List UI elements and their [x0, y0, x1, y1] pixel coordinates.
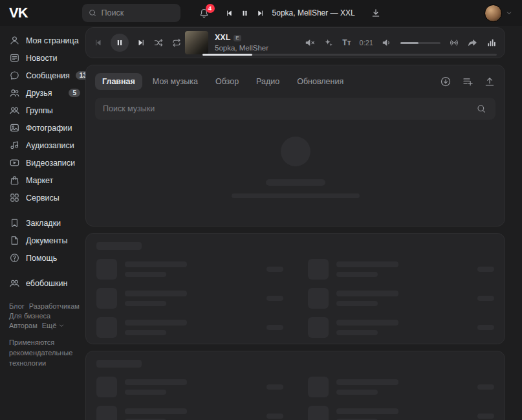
- footer-link-authors[interactable]: Авторам: [9, 322, 38, 329]
- main-content: XXL E 5opka, MellSher Тт 0:21: [85, 26, 522, 420]
- sidebar-item-groups[interactable]: Группы: [9, 102, 80, 119]
- mute-icon[interactable]: [305, 38, 315, 48]
- player-right-controls: Тт 0:21: [305, 38, 497, 48]
- skip-next-icon[interactable]: [256, 9, 265, 17]
- footer-link-more[interactable]: Ещё: [42, 322, 66, 329]
- player-card: XXL E 5opka, MellSher Тт 0:21: [85, 27, 505, 58]
- vk-logo[interactable]: VK: [9, 5, 28, 21]
- music-search-input[interactable]: [103, 104, 467, 113]
- sidebar-item-services[interactable]: Сервисы: [9, 189, 80, 206]
- skeleton-row: [308, 317, 495, 338]
- help-icon: [9, 252, 20, 263]
- skeleton-duration: [266, 325, 283, 330]
- sidebar-item-market[interactable]: Маркет: [9, 171, 80, 189]
- enhance-sparkle-icon[interactable]: [323, 38, 334, 48]
- avatar: [484, 5, 502, 22]
- sidebar-item-my-page[interactable]: Моя страница: [9, 32, 80, 49]
- volume-icon[interactable]: [382, 38, 392, 48]
- footer-link-business[interactable]: Для бизнеса: [9, 312, 50, 320]
- chevron-down-icon: [58, 322, 65, 329]
- skeleton-section-title: [96, 360, 142, 368]
- download-music-icon[interactable]: [440, 76, 451, 87]
- music-search-button[interactable]: [467, 98, 495, 120]
- sidebar-item-label: Маркет: [26, 176, 53, 185]
- skeleton-track-grid: [96, 377, 494, 420]
- skeleton-line: [125, 261, 187, 267]
- skeleton-section-card: [85, 351, 505, 420]
- skeleton-row: [308, 377, 495, 397]
- skeleton-thumb: [308, 406, 329, 420]
- loading-empty-state: [95, 120, 495, 198]
- sidebar: Моя страница Новости Сообщения 130 Друзь…: [0, 26, 85, 420]
- footer-link-more-label: Ещё: [42, 322, 57, 329]
- skeleton-line: [125, 379, 187, 385]
- news-icon: [9, 52, 20, 63]
- skeleton-thumb: [308, 377, 329, 397]
- sidebar-item-news[interactable]: Новости: [9, 49, 80, 67]
- skeleton-line: [125, 320, 187, 326]
- skeleton-line: [125, 301, 166, 306]
- pause-icon[interactable]: [241, 9, 249, 17]
- skeleton-line: [125, 408, 187, 414]
- sidebar-item-friends[interactable]: Друзья 5: [9, 84, 80, 102]
- search-icon: [476, 104, 486, 114]
- elapsed-time: 0:21: [360, 39, 373, 47]
- progress-bar[interactable]: [202, 54, 497, 56]
- groups-icon: [9, 105, 20, 116]
- repeat-icon[interactable]: [171, 38, 182, 48]
- skeleton-duration: [266, 267, 283, 272]
- skeleton-line: [336, 272, 378, 277]
- music-header-actions: [440, 76, 495, 87]
- download-track-button[interactable]: [371, 8, 381, 18]
- skeleton-row: [308, 288, 495, 309]
- global-search-input[interactable]: [102, 8, 175, 17]
- tab-radio[interactable]: Радио: [249, 73, 287, 90]
- skeleton-thumb: [96, 259, 117, 280]
- volume-slider[interactable]: [400, 42, 440, 44]
- broadcast-icon[interactable]: [449, 38, 459, 48]
- sidebar-item-video[interactable]: Видеозаписи: [9, 154, 80, 171]
- album-art[interactable]: [185, 31, 208, 54]
- photos-icon: [9, 122, 20, 133]
- tab-my-music[interactable]: Моя музыка: [146, 73, 205, 90]
- sidebar-item-audio[interactable]: Аудиозаписи: [9, 137, 80, 154]
- shuffle-icon[interactable]: [153, 38, 164, 48]
- sidebar-item-documents[interactable]: Документы: [9, 232, 80, 249]
- pause-button[interactable]: [111, 34, 129, 52]
- profile-menu[interactable]: [484, 5, 513, 22]
- global-search[interactable]: [82, 4, 180, 22]
- sidebar-item-photos[interactable]: Фотографии: [9, 119, 80, 137]
- add-to-playlist-icon[interactable]: [462, 76, 473, 87]
- group-icon: [9, 278, 20, 289]
- sidebar-item-label: Аудиозаписи: [26, 141, 74, 150]
- sidebar-item-label: Друзья: [26, 89, 52, 98]
- now-playing-title[interactable]: 5opka, MellSher — XXL: [272, 8, 355, 17]
- recommendation-note: Применяются рекомендательные технологии: [9, 338, 75, 369]
- skeleton-thumb: [96, 406, 117, 420]
- tab-main[interactable]: Главная: [95, 73, 142, 90]
- track-artist: 5opka, MellSher: [215, 43, 268, 53]
- equalizer-stats-icon[interactable]: [486, 38, 497, 48]
- topbar: VK 4 5opka, MellSher — XXL: [0, 0, 522, 26]
- skeleton-duration: [477, 296, 494, 301]
- sidebar-item-messages[interactable]: Сообщения 130: [9, 67, 80, 84]
- friends-icon: [9, 87, 20, 98]
- player-controls: [94, 34, 182, 52]
- lyrics-button[interactable]: Тт: [342, 38, 351, 47]
- sidebar-group-shortcut[interactable]: ебобошкин: [9, 274, 80, 292]
- skip-previous-icon[interactable]: [94, 38, 103, 47]
- skip-next-icon[interactable]: [136, 38, 146, 47]
- tab-updates[interactable]: Обновления: [290, 73, 351, 90]
- skeleton-duration: [477, 325, 494, 330]
- footer-link-blog[interactable]: Блог: [9, 302, 25, 310]
- tab-overview[interactable]: Обзор: [208, 73, 246, 90]
- share-icon[interactable]: [468, 38, 478, 48]
- music-search[interactable]: [95, 98, 495, 120]
- upload-icon[interactable]: [484, 76, 495, 87]
- notifications-button[interactable]: 4: [199, 8, 210, 19]
- footer-link-developers[interactable]: Разработчикам: [29, 302, 80, 310]
- skip-previous-icon[interactable]: [225, 9, 234, 17]
- sidebar-item-bookmarks[interactable]: Закладки: [9, 214, 80, 232]
- sidebar-item-help[interactable]: Помощь: [9, 249, 80, 267]
- user-icon: [9, 35, 20, 46]
